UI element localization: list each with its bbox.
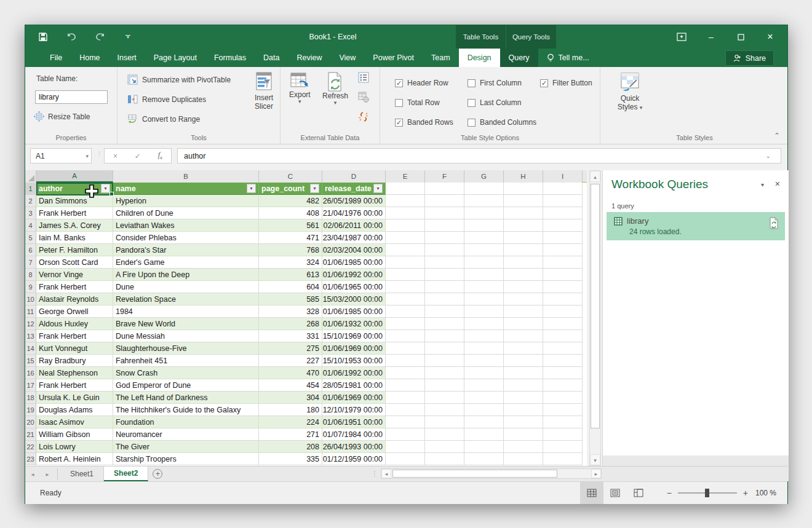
- cell-page_count[interactable]: 408: [259, 207, 322, 219]
- empty-cell[interactable]: [386, 232, 425, 244]
- empty-cell[interactable]: [386, 379, 425, 392]
- empty-cell[interactable]: [543, 441, 583, 453]
- cell-author[interactable]: Iain M. Banks: [36, 232, 113, 244]
- empty-cell[interactable]: [425, 330, 464, 342]
- tab-data[interactable]: Data: [255, 49, 288, 67]
- empty-cell[interactable]: [504, 416, 543, 428]
- empty-cell[interactable]: [543, 244, 583, 256]
- empty-cell[interactable]: [504, 342, 543, 355]
- empty-cell[interactable]: [543, 342, 583, 355]
- cell-name[interactable]: Children of Dune: [113, 207, 259, 219]
- zoom-slider[interactable]: [678, 492, 737, 494]
- empty-cell[interactable]: [464, 330, 504, 342]
- cell-page_count[interactable]: 471: [259, 232, 322, 244]
- row-header-10[interactable]: 10: [25, 293, 36, 305]
- empty-cell[interactable]: [543, 392, 583, 404]
- cell-release_date[interactable]: 15/03/2000 00:00: [322, 293, 386, 305]
- row-header-2[interactable]: 2: [25, 195, 36, 207]
- empty-cell[interactable]: [425, 219, 464, 232]
- row-header-16[interactable]: 16: [25, 367, 36, 379]
- empty-cell[interactable]: [504, 269, 543, 281]
- cell-author[interactable]: Frank Herbert: [36, 330, 113, 342]
- cell-release_date[interactable]: 01/06/1992 00:00: [322, 269, 386, 281]
- filter-dropdown-icon[interactable]: ▾: [373, 184, 383, 193]
- empty-cell[interactable]: [464, 269, 504, 281]
- quick-styles-button[interactable]: Quick Styles ▾: [615, 72, 645, 111]
- cell-name[interactable]: Pandora's Star: [113, 244, 259, 256]
- tab-query[interactable]: Query: [500, 49, 538, 67]
- vertical-scrollbar[interactable]: ▴ ▾: [589, 170, 601, 466]
- empty-cell[interactable]: [543, 232, 583, 244]
- row-header-17[interactable]: 17: [25, 379, 36, 392]
- cell-author[interactable]: Frank Herbert: [36, 207, 113, 219]
- cell-name[interactable]: Consider Phlebas: [113, 232, 259, 244]
- empty-cell[interactable]: [504, 392, 543, 404]
- row-header-5[interactable]: 5: [25, 232, 36, 244]
- empty-cell[interactable]: [543, 318, 583, 330]
- cell-page_count[interactable]: 304: [259, 392, 322, 404]
- cell-page_count[interactable]: 454: [259, 379, 322, 392]
- empty-cell[interactable]: [464, 219, 504, 232]
- cell-page_count[interactable]: 561: [259, 219, 322, 232]
- redo-button[interactable]: [93, 30, 106, 44]
- cell-name[interactable]: The Left Hand of Darkness: [113, 392, 259, 404]
- empty-cell[interactable]: [425, 379, 464, 392]
- cell-page_count[interactable]: 208: [259, 441, 322, 453]
- zoom-out-button[interactable]: −: [667, 488, 672, 498]
- tab-page-layout[interactable]: Page Layout: [145, 49, 205, 67]
- empty-cell[interactable]: [386, 428, 425, 441]
- data-range-properties-button[interactable]: [358, 72, 369, 83]
- cell-release_date[interactable]: 01/06/1965 00:00: [322, 281, 386, 293]
- checkbox-first-column[interactable]: First Column: [468, 79, 540, 87]
- scroll-left-icon[interactable]: ◂: [381, 469, 391, 478]
- tab-team[interactable]: Team: [423, 49, 459, 67]
- summarize-with-pivottable-button[interactable]: Summarize with PivotTable: [127, 74, 231, 85]
- empty-cell[interactable]: [543, 305, 583, 318]
- scroll-up-icon[interactable]: ▴: [590, 171, 600, 182]
- empty-cell[interactable]: [386, 318, 425, 330]
- empty-cell[interactable]: [464, 256, 504, 269]
- cell-page_count[interactable]: 180: [259, 404, 322, 416]
- empty-cell[interactable]: [386, 281, 425, 293]
- normal-view-button[interactable]: [580, 482, 603, 504]
- row-header-3[interactable]: 3: [25, 207, 36, 219]
- empty-cell[interactable]: [504, 355, 543, 367]
- resize-table-button[interactable]: Resize Table: [34, 111, 90, 122]
- cell-page_count[interactable]: 613: [259, 269, 322, 281]
- empty-cell[interactable]: [464, 232, 504, 244]
- empty-cell[interactable]: [504, 195, 543, 207]
- empty-cell[interactable]: [386, 293, 425, 305]
- new-sheet-button[interactable]: +: [148, 467, 167, 481]
- cell-name[interactable]: Slaughterhouse-Five: [113, 342, 259, 355]
- cell-name[interactable]: Snow Crash: [113, 367, 259, 379]
- cell-author[interactable]: Aldous Huxley: [36, 318, 113, 330]
- cell-page_count[interactable]: 335: [259, 453, 322, 465]
- row-header-7[interactable]: 7: [25, 256, 36, 269]
- empty-cell[interactable]: [425, 404, 464, 416]
- cell-release_date[interactable]: 02/03/2004 00:00: [322, 244, 386, 256]
- cell-author[interactable]: Frank Herbert: [36, 281, 113, 293]
- cell-release_date[interactable]: 01/06/1992 00:00: [322, 367, 386, 379]
- empty-cell[interactable]: [504, 330, 543, 342]
- empty-cell[interactable]: [464, 342, 504, 355]
- row-header-4[interactable]: 4: [25, 219, 36, 232]
- cell-author[interactable]: Peter F. Hamilton: [36, 244, 113, 256]
- cell-name[interactable]: Foundation: [113, 416, 259, 428]
- empty-cell[interactable]: [543, 404, 583, 416]
- empty-cell[interactable]: [386, 367, 425, 379]
- export-button[interactable]: Export ▾: [289, 72, 311, 104]
- empty-cell[interactable]: [543, 330, 583, 342]
- next-sheet-icon[interactable]: ▸: [40, 467, 55, 481]
- table-header-cell-name[interactable]: name▾: [113, 183, 259, 195]
- empty-cell[interactable]: [386, 219, 425, 232]
- cell-author[interactable]: George Orwell: [36, 305, 113, 318]
- cell-page_count[interactable]: 470: [259, 367, 322, 379]
- empty-cell[interactable]: [425, 195, 464, 207]
- tab-view[interactable]: View: [330, 49, 364, 67]
- cell-release_date[interactable]: 01/06/1932 00:00: [322, 318, 386, 330]
- minimize-button[interactable]: –: [699, 28, 723, 46]
- remove-duplicates-button[interactable]: Remove Duplicates: [127, 94, 206, 104]
- empty-cell[interactable]: [425, 392, 464, 404]
- tab-home[interactable]: Home: [71, 49, 108, 67]
- cell-release_date[interactable]: 01/06/1985 00:00: [322, 305, 386, 318]
